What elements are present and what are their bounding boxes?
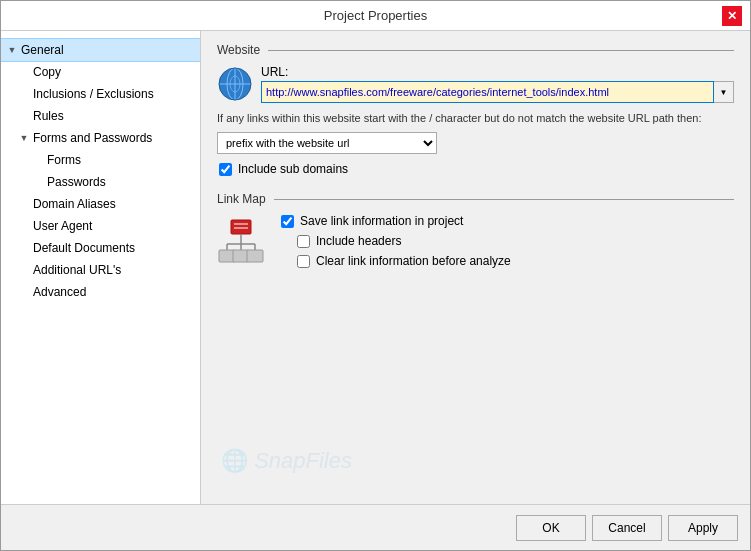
- link-map-content: Save link information in project Include…: [217, 214, 734, 274]
- tree-label-inclusions: Inclusions / Exclusions: [31, 86, 156, 102]
- prefix-select[interactable]: prefix with the website urlignore those …: [217, 132, 437, 154]
- tree-label-user-agent: User Agent: [31, 218, 94, 234]
- watermark: 🌐 SnapFiles: [221, 448, 352, 474]
- website-section-label: Website: [217, 43, 260, 57]
- sidebar-tree: ▼GeneralCopyInclusions / ExclusionsRules…: [1, 31, 201, 504]
- url-row: URL: ▼: [217, 65, 734, 103]
- link-map-icon: [217, 218, 267, 274]
- link-map-checkboxes: Save link information in project Include…: [279, 214, 734, 274]
- sidebar-item-rules[interactable]: Rules: [1, 105, 200, 127]
- tree-toggle-default-documents: [17, 241, 31, 255]
- save-link-info-label[interactable]: Save link information in project: [300, 214, 463, 228]
- tree-toggle-passwords: [31, 175, 45, 189]
- description-text: If any links within this website start w…: [217, 111, 734, 126]
- website-section-header: Website: [217, 43, 734, 57]
- tree-toggle-rules: [17, 109, 31, 123]
- tree-label-rules: Rules: [31, 108, 66, 124]
- tree-label-passwords: Passwords: [45, 174, 108, 190]
- svg-rect-8: [234, 227, 248, 229]
- sidebar-item-copy[interactable]: Copy: [1, 61, 200, 83]
- tree-label-forms-passwords: Forms and Passwords: [31, 130, 154, 146]
- tree-toggle-domain-aliases: [17, 197, 31, 211]
- tree-label-advanced: Advanced: [31, 284, 88, 300]
- include-subdomains-row: Include sub domains: [217, 162, 734, 176]
- tree-toggle-general: ▼: [5, 43, 19, 57]
- sidebar-item-advanced[interactable]: Advanced: [1, 281, 200, 303]
- project-properties-dialog: Project Properties ✕ ▼GeneralCopyInclusi…: [0, 0, 751, 551]
- tree-label-copy: Copy: [31, 64, 63, 80]
- dialog-title: Project Properties: [29, 8, 722, 23]
- save-link-info-checkbox[interactable]: [281, 215, 294, 228]
- include-subdomains-checkbox[interactable]: [219, 163, 232, 176]
- tree-toggle-forms: [31, 153, 45, 167]
- url-label: URL:: [261, 65, 734, 79]
- sidebar-item-general[interactable]: ▼General: [1, 39, 200, 61]
- tree-toggle-copy: [17, 65, 31, 79]
- sidebar-item-inclusions[interactable]: Inclusions / Exclusions: [1, 83, 200, 105]
- link-map-section-label: Link Map: [217, 192, 266, 206]
- include-subdomains-label[interactable]: Include sub domains: [238, 162, 348, 176]
- sidebar-item-passwords[interactable]: Passwords: [1, 171, 200, 193]
- dialog-body: ▼GeneralCopyInclusions / ExclusionsRules…: [1, 31, 750, 504]
- include-headers-row: Include headers: [279, 234, 734, 248]
- close-button[interactable]: ✕: [722, 6, 742, 26]
- svg-rect-16: [247, 250, 263, 262]
- tree-toggle-inclusions: [17, 87, 31, 101]
- tree-toggle-forms-passwords: ▼: [17, 131, 31, 145]
- prefix-select-row: prefix with the website urlignore those …: [217, 132, 734, 154]
- tree-label-forms: Forms: [45, 152, 83, 168]
- url-input-row: ▼: [261, 81, 734, 103]
- clear-link-info-checkbox[interactable]: [297, 255, 310, 268]
- ok-button[interactable]: OK: [516, 515, 586, 541]
- link-map-section-header: Link Map: [217, 192, 734, 206]
- clear-link-info-label[interactable]: Clear link information before analyze: [316, 254, 511, 268]
- dialog-footer: OK Cancel Apply: [1, 504, 750, 550]
- globe-icon: [217, 66, 253, 102]
- tree-label-general: General: [19, 42, 66, 58]
- url-input[interactable]: [261, 81, 714, 103]
- website-section: Website: [217, 43, 734, 176]
- tree-toggle-advanced: [17, 285, 31, 299]
- sidebar-item-default-documents[interactable]: Default Documents: [1, 237, 200, 259]
- sidebar-item-forms-passwords[interactable]: ▼Forms and Passwords: [1, 127, 200, 149]
- cancel-button[interactable]: Cancel: [592, 515, 662, 541]
- tree-label-additional-urls: Additional URL's: [31, 262, 123, 278]
- clear-link-info-row: Clear link information before analyze: [279, 254, 734, 268]
- tree-toggle-additional-urls: [17, 263, 31, 277]
- sidebar-item-additional-urls[interactable]: Additional URL's: [1, 259, 200, 281]
- include-headers-checkbox[interactable]: [297, 235, 310, 248]
- apply-button[interactable]: Apply: [668, 515, 738, 541]
- main-content: Website: [201, 31, 750, 504]
- url-field-group: URL: ▼: [261, 65, 734, 103]
- link-map-section: Link Map: [217, 192, 734, 274]
- tree-toggle-user-agent: [17, 219, 31, 233]
- sidebar-item-forms[interactable]: Forms: [1, 149, 200, 171]
- save-link-info-row: Save link information in project: [279, 214, 734, 228]
- tree-label-domain-aliases: Domain Aliases: [31, 196, 118, 212]
- title-bar: Project Properties ✕: [1, 1, 750, 31]
- url-dropdown-button[interactable]: ▼: [714, 81, 734, 103]
- sidebar-item-domain-aliases[interactable]: Domain Aliases: [1, 193, 200, 215]
- tree-label-default-documents: Default Documents: [31, 240, 137, 256]
- include-headers-label[interactable]: Include headers: [316, 234, 401, 248]
- sidebar-item-user-agent[interactable]: User Agent: [1, 215, 200, 237]
- svg-rect-7: [234, 223, 248, 225]
